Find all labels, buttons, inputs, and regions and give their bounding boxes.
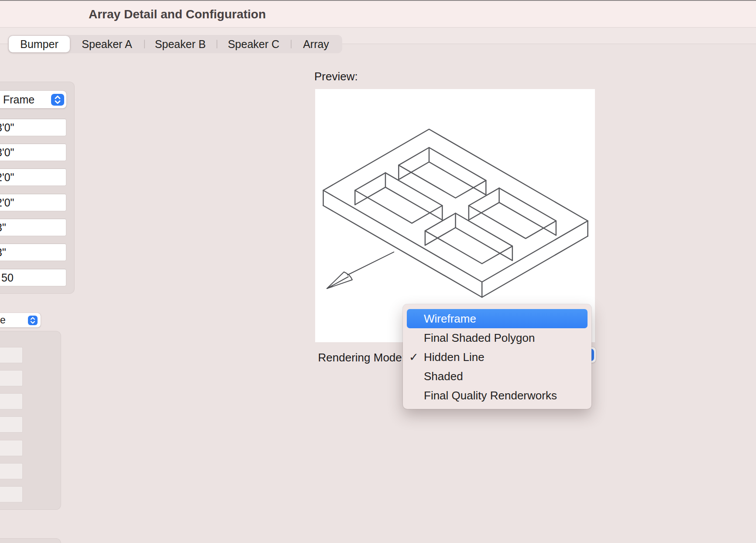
dimension-field-7-value: 50 bbox=[1, 269, 14, 286]
empty-field-2[interactable] bbox=[0, 370, 23, 386]
dimension-field-1-value: 3'0" bbox=[0, 119, 14, 136]
menu-item-hidden-line[interactable]: ✓ Hidden Line bbox=[403, 347, 591, 367]
empty-field-3[interactable] bbox=[0, 393, 23, 409]
menu-item-final-quality-renderworks[interactable]: Final Quality Renderworks bbox=[403, 386, 591, 405]
segment-divider bbox=[144, 40, 145, 48]
menu-item-final-shaded-polygon[interactable]: Final Shaded Polygon bbox=[403, 328, 591, 347]
rendering-mode-menu: Wireframe Final Shaded Polygon ✓ Hidden … bbox=[403, 304, 591, 409]
tab-speaker-c[interactable]: Speaker C bbox=[216, 36, 291, 52]
up-down-chevron-icon bbox=[28, 316, 38, 325]
checkmark-icon: ✓ bbox=[409, 347, 419, 367]
dimension-field-5[interactable]: 3" bbox=[0, 219, 66, 236]
dialog-window: Array Detail and Configuration Bumper Sp… bbox=[0, 0, 756, 543]
menu-item-shaded[interactable]: Shaded bbox=[403, 367, 591, 386]
secondary-popup[interactable]: e bbox=[0, 313, 41, 327]
title-bar: Array Detail and Configuration bbox=[0, 1, 756, 27]
menu-item-wireframe[interactable]: Wireframe bbox=[407, 309, 588, 328]
menu-item-hidden-line-label: Hidden Line bbox=[424, 351, 485, 364]
menu-item-shaded-label: Shaded bbox=[424, 370, 463, 383]
menu-item-final-shaded-polygon-label: Final Shaded Polygon bbox=[424, 331, 535, 345]
dimension-field-1[interactable]: 3'0" bbox=[0, 119, 66, 136]
tab-bumper-label: Bumper bbox=[20, 38, 58, 51]
tab-array-label: Array bbox=[303, 38, 329, 51]
dimension-field-5-value: 3" bbox=[0, 219, 6, 236]
tab-speaker-c-label: Speaker C bbox=[228, 38, 279, 51]
empty-field-4[interactable] bbox=[0, 416, 23, 433]
dimension-field-4-value: 2'0" bbox=[0, 194, 14, 211]
secondary-popup-value: e bbox=[0, 313, 6, 327]
dimension-field-7[interactable]: 50 bbox=[0, 269, 66, 286]
rendering-mode-label: Rendering Mode: bbox=[306, 351, 405, 364]
tab-array[interactable]: Array bbox=[291, 36, 341, 52]
empty-field-7[interactable] bbox=[0, 486, 23, 502]
tab-speaker-a-label: Speaker A bbox=[82, 38, 132, 51]
menu-item-wireframe-label: Wireframe bbox=[424, 312, 476, 326]
tab-speaker-a[interactable]: Speaker A bbox=[70, 36, 144, 52]
segment-divider bbox=[216, 40, 217, 48]
frame-type-popup-value: Frame bbox=[3, 91, 34, 108]
dimension-field-6[interactable]: 3" bbox=[0, 244, 66, 261]
bottom-settings-group bbox=[0, 538, 61, 543]
up-down-chevron-icon bbox=[51, 94, 64, 106]
preview-label: Preview: bbox=[314, 70, 358, 83]
dimension-field-3[interactable]: 2'0" bbox=[0, 168, 66, 186]
tab-speaker-b[interactable]: Speaker B bbox=[144, 36, 216, 52]
empty-field-1[interactable] bbox=[0, 347, 23, 363]
menu-item-final-quality-renderworks-label: Final Quality Renderworks bbox=[424, 389, 557, 402]
empty-field-6[interactable] bbox=[0, 463, 23, 479]
tab-speaker-b-label: Speaker B bbox=[155, 38, 206, 51]
tab-bumper[interactable]: Bumper bbox=[9, 36, 70, 52]
dimension-field-4[interactable]: 2'0" bbox=[0, 194, 66, 211]
dimension-field-3-value: 2'0" bbox=[0, 169, 14, 186]
dimension-field-2[interactable]: 3'0" bbox=[0, 144, 66, 161]
empty-field-5[interactable] bbox=[0, 440, 23, 456]
dimension-field-6-value: 3" bbox=[0, 244, 6, 261]
segment-divider bbox=[291, 40, 292, 48]
tab-segmented-control: Bumper Speaker A Speaker B Speaker C Arr… bbox=[8, 35, 342, 53]
window-title: Array Detail and Configuration bbox=[89, 1, 266, 27]
frame-settings-group bbox=[0, 82, 75, 294]
dimension-field-2-value: 3'0" bbox=[0, 144, 14, 161]
direction-arrow bbox=[327, 252, 394, 289]
frame-type-popup[interactable]: Frame bbox=[0, 91, 66, 108]
